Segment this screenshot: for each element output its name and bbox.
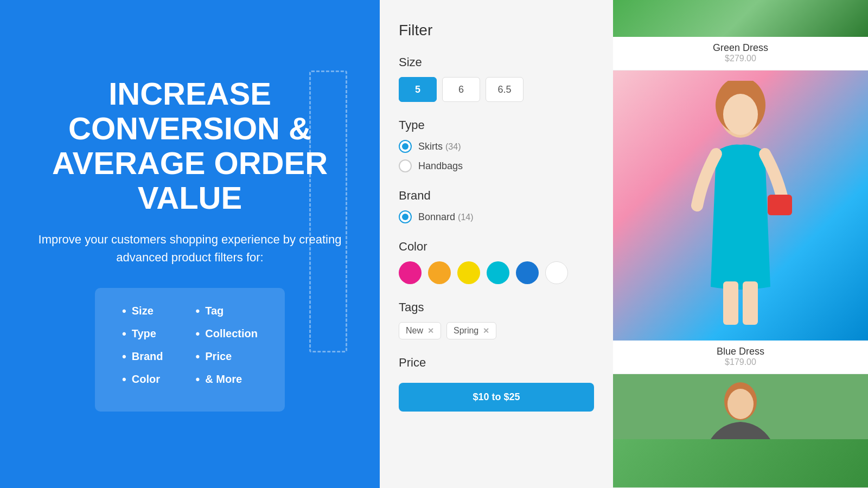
radio-outer-bonnard [399, 210, 412, 223]
type-skirts-count: (34) [445, 142, 461, 151]
svg-rect-4 [723, 281, 738, 325]
product-green-image [613, 0, 868, 37]
type-label: Type [399, 118, 594, 132]
product-third [613, 374, 868, 488]
price-label: Price [399, 356, 594, 370]
product-green-name: Green Dress [622, 42, 859, 54]
product-third-image [613, 374, 868, 487]
type-section: Type Skirts (34) Handbags [399, 118, 594, 172]
type-handbags-radio[interactable]: Handbags [399, 159, 594, 172]
features-box: Size Type Brand Color Tag Collection Pri… [95, 288, 285, 412]
product-blue-name: Blue Dress [622, 346, 859, 357]
brand-section: Brand Bonnard (14) [399, 189, 594, 223]
tag-spring: Spring ✕ [446, 322, 496, 339]
third-model-svg [613, 374, 868, 439]
brand-bonnard-label: Bonnard (14) [418, 211, 474, 223]
tags-label: Tags [399, 300, 594, 314]
svg-rect-3 [768, 195, 792, 215]
radio-outer-handbags [399, 159, 412, 172]
size-btn-5[interactable]: 5 [399, 77, 437, 102]
color-label: Color [399, 240, 594, 254]
tag-new-label: New [406, 326, 423, 336]
radio-inner-skirts [402, 143, 409, 150]
color-teal[interactable] [487, 261, 509, 284]
size-label: Size [399, 55, 594, 69]
brand-radio-group: Bonnard (14) [399, 210, 594, 223]
price-section: Price $10 to $25 [399, 356, 594, 412]
size-buttons: 5 6 6.5 [399, 77, 594, 102]
feature-price: Price [196, 350, 258, 364]
color-swatches [399, 261, 594, 284]
tags-row: New ✕ Spring ✕ [399, 322, 594, 339]
svg-point-2 [723, 94, 758, 135]
brand-bonnard-count: (14) [458, 213, 473, 222]
feature-tag: Tag [196, 304, 258, 318]
tag-new-close[interactable]: ✕ [427, 326, 434, 335]
brand-label: Brand [399, 189, 594, 203]
third-img [613, 374, 868, 487]
type-skirts-radio[interactable]: Skirts (34) [399, 140, 594, 153]
tag-new: New ✕ [399, 322, 441, 339]
features-col-1: Size Type Brand Color [122, 304, 163, 395]
green-dress-img [613, 0, 868, 37]
feature-type: Type [122, 327, 163, 341]
left-panel: INCREASE CONVERSION & AVERAGE ORDER VALU… [0, 0, 380, 488]
feature-size: Size [122, 304, 163, 318]
dotted-decoration [309, 70, 347, 352]
type-radio-group: Skirts (34) Handbags [399, 140, 594, 172]
sub-headline: Improve your customers shopping experien… [33, 230, 347, 266]
tags-section: Tags New ✕ Spring ✕ [399, 300, 594, 339]
color-white[interactable] [545, 261, 568, 284]
feature-brand: Brand [122, 350, 163, 364]
blue-dress-img [613, 70, 868, 341]
main-headline: INCREASE CONVERSION & AVERAGE ORDER VALU… [33, 76, 347, 215]
product-green-dress: Green Dress $279.00 [613, 0, 868, 70]
product-blue-info: Blue Dress $179.00 [613, 341, 868, 374]
product-blue-dress: Blue Dress $179.00 [613, 70, 868, 374]
tag-spring-label: Spring [454, 326, 478, 336]
color-orange[interactable] [428, 261, 451, 284]
product-green-price: $279.00 [622, 54, 859, 63]
product-blue-image [613, 70, 868, 341]
brand-bonnard-radio[interactable]: Bonnard (14) [399, 210, 594, 223]
feature-more: & More [196, 373, 258, 387]
size-btn-65[interactable]: 6.5 [486, 77, 524, 102]
product-green-info: Green Dress $279.00 [613, 37, 868, 70]
product-blue-price: $179.00 [622, 357, 859, 367]
color-yellow[interactable] [457, 261, 480, 284]
color-section: Color [399, 240, 594, 284]
filter-title: Filter [399, 22, 594, 39]
feature-color: Color [122, 373, 163, 387]
price-button[interactable]: $10 to $25 [399, 383, 594, 412]
size-section: Size 5 6 6.5 [399, 55, 594, 102]
features-col-2: Tag Collection Price & More [196, 304, 258, 395]
size-btn-6[interactable]: 6 [442, 77, 480, 102]
svg-point-8 [727, 389, 754, 419]
products-panel: Green Dress $279.00 [613, 0, 868, 488]
type-handbags-label: Handbags [418, 160, 463, 172]
svg-rect-5 [743, 281, 758, 325]
radio-outer-skirts [399, 140, 412, 153]
color-pink[interactable] [399, 261, 422, 284]
tag-spring-close[interactable]: ✕ [483, 326, 489, 335]
blue-model-svg [686, 81, 795, 330]
filter-panel: Filter Size 5 6 6.5 Type Skirts (34) Han… [380, 0, 613, 488]
feature-collection: Collection [196, 327, 258, 341]
type-skirts-label: Skirts (34) [418, 141, 461, 152]
color-blue[interactable] [516, 261, 539, 284]
radio-inner-bonnard [402, 214, 409, 220]
